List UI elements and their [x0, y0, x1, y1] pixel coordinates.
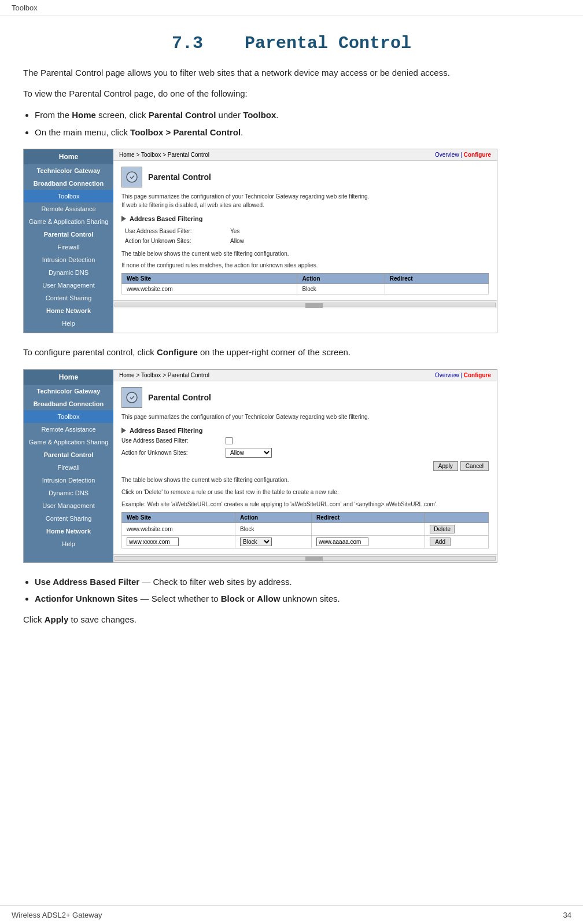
sidebar-home-2[interactable]: Home	[24, 370, 113, 385]
info-text-2: If none of the configured rules matches,…	[121, 262, 489, 270]
col-website: Web Site	[122, 274, 297, 284]
config-bullets: Use Address Based Filter — Check to filt…	[35, 575, 560, 606]
intro-paragraph-1: The Parental Control page allows you to …	[23, 66, 560, 80]
sidebar-intrusion-2[interactable]: Intrusion Detection	[24, 474, 113, 487]
sidebar-help[interactable]: Help	[24, 317, 113, 333]
parental-control-icon	[121, 167, 142, 187]
sidebar-configure: Home Technicolor Gateway Broadband Conne…	[24, 370, 113, 562]
scrollbar-track-1[interactable]	[115, 303, 496, 307]
configure-link-2[interactable]: Configure	[464, 372, 491, 378]
sidebar-homenet[interactable]: Home Network	[24, 304, 113, 317]
site-cell: www.website.com	[122, 284, 297, 294]
info-text-1: The table below shows the current web si…	[121, 250, 489, 258]
sidebar-parental[interactable]: Parental Control	[24, 228, 113, 241]
sidebar-dns-2[interactable]: Dynamic DNS	[24, 487, 113, 499]
note-1: The table below shows the current web si…	[121, 476, 489, 484]
parental-control-icon-2	[121, 387, 142, 408]
filter-fields: Use Address Based Filter: Yes Action for…	[121, 226, 489, 246]
header-label: Toolbox	[12, 3, 38, 12]
breadcrumb-configure: Home > Toolbox > Parental Control Overvi…	[113, 370, 497, 381]
add-btn[interactable]: Add	[430, 538, 451, 546]
scrollbar-2[interactable]	[113, 554, 497, 562]
page-desc-1: This page summarizes the configuration o…	[121, 192, 489, 209]
sidebar-technicolor[interactable]: Technicolor Gateway	[24, 164, 113, 177]
configure-intro: To configure parental control, click Con…	[23, 345, 560, 360]
sidebar-homenet-2[interactable]: Home Network	[24, 525, 113, 538]
action-select[interactable]: Block	[240, 538, 272, 546]
note-2: Click on 'Delete' to remove a rule or us…	[121, 488, 489, 496]
breadcrumb-text-2: Home > Toolbox > Parental Control	[119, 372, 209, 378]
site-cell-1: www.website.com	[122, 522, 235, 535]
sidebar-remote[interactable]: Remote Assistance	[24, 203, 113, 215]
page-icon-title-2: Parental Control	[121, 387, 489, 408]
field1-label: Use Address Based Filter:	[123, 227, 227, 235]
sidebar-toolbox-2[interactable]: Toolbox	[24, 410, 113, 423]
main-configure: Home > Toolbox > Parental Control Overvi…	[113, 370, 497, 562]
page-title: Parental Control	[148, 172, 211, 182]
sidebar-technicolor-2[interactable]: Technicolor Gateway	[24, 385, 113, 397]
add-cell: Add	[425, 535, 489, 548]
cancel-button[interactable]: Cancel	[460, 461, 489, 471]
sidebar-game-2[interactable]: Game & Application Sharing	[24, 436, 113, 448]
sidebar-home[interactable]: Home	[24, 149, 113, 164]
form-label-2: Action for Unknown Sites:	[121, 450, 226, 456]
sidebar-toolbox[interactable]: Toolbox	[24, 190, 113, 203]
sidebar-broadband[interactable]: Broadband Connection	[24, 177, 113, 190]
col-redirect: Redirect	[385, 274, 488, 284]
sidebar-content[interactable]: Content Sharing	[24, 292, 113, 304]
page-body-overview: Parental Control This page summarizes th…	[113, 161, 497, 300]
scrollbar-track-2[interactable]	[115, 556, 496, 561]
apply-paragraph: Click Apply to save changes.	[23, 612, 560, 627]
table-row: www.website.com Block	[122, 284, 489, 294]
sidebar-broadband-2[interactable]: Broadband Connection	[24, 397, 113, 410]
sidebar-parental-2[interactable]: Parental Control	[24, 448, 113, 461]
site-input[interactable]	[127, 538, 179, 546]
overview-configure-links: Overview | Configure	[435, 152, 491, 158]
sidebar-game[interactable]: Game & Application Sharing	[24, 215, 113, 228]
sidebar-user[interactable]: User Management	[24, 279, 113, 292]
delete-btn-1[interactable]: Delete	[430, 525, 455, 533]
unknown-sites-select[interactable]: Allow	[226, 448, 272, 458]
sidebar-user-2[interactable]: User Management	[24, 499, 113, 512]
col-redirect-2: Redirect	[312, 512, 425, 522]
page-icon-title: Parental Control	[121, 167, 489, 187]
sidebar-dns[interactable]: Dynamic DNS	[24, 266, 113, 279]
action-cell-1: Block	[235, 522, 312, 535]
address-filter-checkbox[interactable]	[226, 437, 233, 444]
col-btn	[425, 512, 489, 522]
sidebar-intrusion[interactable]: Intrusion Detection	[24, 253, 113, 266]
overview-configure-links-2: Overview | Configure	[435, 372, 491, 378]
redirect-input[interactable]	[316, 538, 368, 546]
scrollbar-thumb-2[interactable]	[305, 557, 323, 561]
triangle-icon	[121, 216, 126, 222]
intro-paragraph-2: To view the Parental Control page, do on…	[23, 87, 560, 101]
overview-link[interactable]: Overview	[435, 152, 459, 158]
breadcrumb-overview: Home > Toolbox > Parental Control Overvi…	[113, 149, 497, 161]
page-desc-2: This page summarizes the configuration o…	[121, 413, 489, 421]
col-website-2: Web Site	[122, 512, 235, 522]
scrollbar-1[interactable]	[113, 300, 497, 308]
sidebar-remote-2[interactable]: Remote Assistance	[24, 423, 113, 436]
table-row-2: Block Add	[122, 535, 489, 548]
sidebar-help-2[interactable]: Help	[24, 538, 113, 553]
note-3: Example: Web site 'aWebSiteURL.com' crea…	[121, 500, 489, 509]
svg-point-0	[127, 172, 137, 182]
apply-button[interactable]: Apply	[433, 461, 458, 471]
form-row-1: Use Address Based Filter:	[121, 437, 489, 444]
config-bullet-1: Use Address Based Filter — Check to filt…	[35, 575, 560, 590]
action-select-cell: Block	[235, 535, 312, 548]
section-title: 7.3 Parental Control	[23, 34, 560, 53]
sites-table-overview: Web Site Action Redirect www.website.com…	[121, 273, 489, 294]
sidebar-firewall[interactable]: Firewall	[24, 241, 113, 253]
bullet-1: From the Home screen, click Parental Con…	[35, 108, 560, 123]
sidebar-firewall-2[interactable]: Firewall	[24, 461, 113, 474]
form-buttons: Apply Cancel	[121, 461, 489, 471]
browser-configure: Home Technicolor Gateway Broadband Conne…	[24, 370, 497, 562]
overview-link-2[interactable]: Overview	[435, 372, 459, 378]
sidebar-content-2[interactable]: Content Sharing	[24, 512, 113, 525]
scrollbar-thumb-1[interactable]	[305, 303, 323, 308]
section-heading-1: Address Based Filtering	[121, 215, 489, 222]
configure-link[interactable]: Configure	[464, 152, 491, 158]
page-header: Toolbox	[0, 0, 583, 16]
config-bullet-2: Actionfor Unknown Sites — Select whether…	[35, 591, 560, 606]
